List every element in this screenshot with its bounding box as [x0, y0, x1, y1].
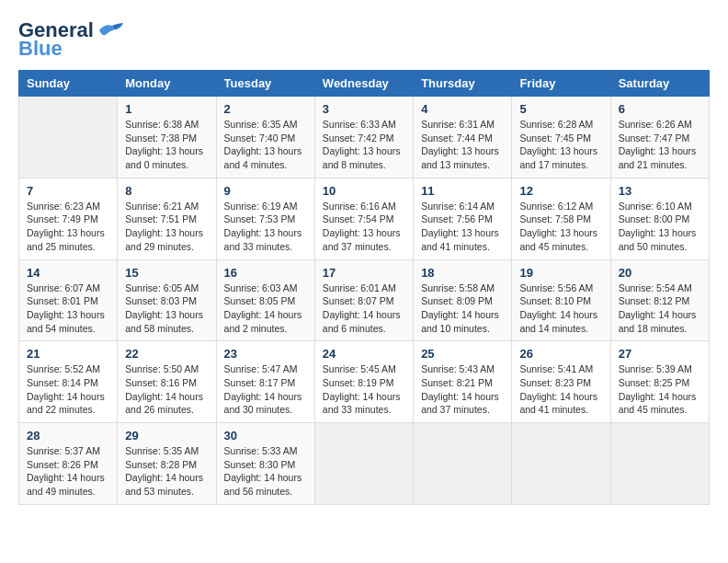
sunrise-text: Sunrise: 5:58 AM: [421, 282, 495, 293]
sunrise-text: Sunrise: 6:01 AM: [323, 282, 396, 293]
sunrise-text: Sunrise: 6:33 AM: [323, 119, 396, 130]
daylight-text: Daylight: 14 hours and 14 minutes.: [519, 309, 597, 334]
calendar-cell: 17 Sunrise: 6:01 AM Sunset: 8:07 PM Dayl…: [314, 259, 413, 341]
daylight-text: Daylight: 14 hours and 22 minutes.: [27, 391, 105, 416]
calendar-cell: [610, 423, 709, 505]
day-info: Sunrise: 6:05 AM Sunset: 8:03 PM Dayligh…: [125, 282, 208, 336]
day-info: Sunrise: 5:58 AM Sunset: 8:09 PM Dayligh…: [421, 282, 504, 336]
day-info: Sunrise: 5:43 AM Sunset: 8:21 PM Dayligh…: [421, 362, 504, 417]
day-info: Sunrise: 6:21 AM Sunset: 7:51 PM Dayligh…: [125, 200, 208, 254]
sunrise-text: Sunrise: 5:39 AM: [619, 363, 692, 374]
day-number: 1: [125, 102, 208, 116]
daylight-text: Daylight: 14 hours and 26 minutes.: [125, 391, 203, 416]
sunset-text: Sunset: 8:30 PM: [224, 459, 296, 470]
sunrise-text: Sunrise: 6:23 AM: [27, 201, 100, 212]
calendar-cell: 26 Sunrise: 5:41 AM Sunset: 8:23 PM Dayl…: [512, 341, 610, 423]
sunset-text: Sunset: 8:12 PM: [619, 295, 690, 306]
daylight-text: Daylight: 13 hours and 45 minutes.: [519, 227, 597, 252]
daylight-text: Daylight: 14 hours and 2 minutes.: [224, 309, 302, 334]
daylight-text: Daylight: 13 hours and 37 minutes.: [323, 227, 401, 252]
day-number: 30: [224, 429, 307, 442]
daylight-text: Daylight: 13 hours and 41 minutes.: [421, 227, 499, 252]
sunset-text: Sunset: 8:19 PM: [323, 377, 394, 388]
day-info: Sunrise: 6:12 AM Sunset: 7:58 PM Dayligh…: [519, 200, 602, 254]
day-info: Sunrise: 5:50 AM Sunset: 8:16 PM Dayligh…: [125, 362, 208, 417]
sunrise-text: Sunrise: 5:35 AM: [125, 445, 199, 456]
day-info: Sunrise: 6:33 AM Sunset: 7:42 PM Dayligh…: [323, 118, 405, 172]
calendar-cell: [19, 97, 118, 178]
calendar-cell: 27 Sunrise: 5:39 AM Sunset: 8:25 PM Dayl…: [610, 341, 709, 423]
sunrise-text: Sunrise: 6:35 AM: [224, 119, 298, 130]
calendar-cell: 18 Sunrise: 5:58 AM Sunset: 8:09 PM Dayl…: [414, 259, 512, 341]
day-info: Sunrise: 5:47 AM Sunset: 8:17 PM Dayligh…: [224, 362, 307, 417]
calendar-cell: 20 Sunrise: 5:54 AM Sunset: 8:12 PM Dayl…: [610, 259, 709, 341]
daylight-text: Daylight: 13 hours and 54 minutes.: [27, 309, 105, 334]
calendar-cell: 14 Sunrise: 6:07 AM Sunset: 8:01 PM Dayl…: [19, 259, 118, 341]
day-number: 20: [619, 266, 701, 280]
day-header-friday: Friday: [512, 71, 610, 97]
calendar-cell: 16 Sunrise: 6:03 AM Sunset: 8:05 PM Dayl…: [216, 259, 314, 341]
calendar-cell: 24 Sunrise: 5:45 AM Sunset: 8:19 PM Dayl…: [314, 341, 413, 423]
sunset-text: Sunset: 7:53 PM: [224, 213, 296, 224]
sunrise-text: Sunrise: 5:52 AM: [27, 363, 100, 374]
calendar-cell: [414, 423, 512, 505]
day-number: 13: [619, 184, 701, 198]
sunrise-text: Sunrise: 6:12 AM: [519, 201, 593, 212]
sunset-text: Sunset: 7:54 PM: [323, 213, 394, 224]
daylight-text: Daylight: 13 hours and 8 minutes.: [323, 145, 401, 170]
calendar-cell: 6 Sunrise: 6:26 AM Sunset: 7:47 PM Dayli…: [610, 97, 709, 178]
sunrise-text: Sunrise: 6:14 AM: [421, 201, 495, 212]
calendar-cell: 4 Sunrise: 6:31 AM Sunset: 7:44 PM Dayli…: [414, 97, 512, 178]
sunrise-text: Sunrise: 6:10 AM: [619, 201, 692, 212]
day-number: 12: [519, 184, 602, 198]
calendar-cell: 2 Sunrise: 6:35 AM Sunset: 7:40 PM Dayli…: [216, 97, 314, 178]
day-info: Sunrise: 6:31 AM Sunset: 7:44 PM Dayligh…: [421, 118, 504, 172]
day-info: Sunrise: 6:10 AM Sunset: 8:00 PM Dayligh…: [619, 200, 701, 254]
sunset-text: Sunset: 7:47 PM: [619, 132, 690, 144]
day-number: 6: [619, 102, 701, 116]
sunset-text: Sunset: 8:05 PM: [224, 295, 296, 306]
day-number: 25: [421, 347, 504, 361]
calendar-cell: 23 Sunrise: 5:47 AM Sunset: 8:17 PM Dayl…: [216, 341, 314, 423]
calendar-week-row: 28 Sunrise: 5:37 AM Sunset: 8:26 PM Dayl…: [19, 423, 710, 505]
day-info: Sunrise: 6:38 AM Sunset: 7:38 PM Dayligh…: [125, 118, 208, 172]
daylight-text: Daylight: 14 hours and 30 minutes.: [224, 391, 302, 416]
calendar-cell: 1 Sunrise: 6:38 AM Sunset: 7:38 PM Dayli…: [118, 97, 216, 178]
day-header-thursday: Thursday: [414, 71, 512, 97]
sunset-text: Sunset: 7:56 PM: [421, 213, 493, 224]
day-number: 2: [224, 102, 307, 116]
calendar-table: SundayMondayTuesdayWednesdayThursdayFrid…: [18, 70, 710, 505]
sunset-text: Sunset: 8:16 PM: [125, 377, 197, 388]
sunset-text: Sunset: 8:00 PM: [619, 213, 690, 224]
day-number: 17: [323, 266, 405, 280]
calendar-cell: 28 Sunrise: 5:37 AM Sunset: 8:26 PM Dayl…: [19, 423, 118, 505]
sunrise-text: Sunrise: 6:05 AM: [125, 282, 199, 293]
sunrise-text: Sunrise: 5:54 AM: [619, 282, 692, 293]
day-number: 15: [125, 266, 208, 280]
calendar-week-row: 14 Sunrise: 6:07 AM Sunset: 8:01 PM Dayl…: [19, 259, 710, 341]
day-info: Sunrise: 6:07 AM Sunset: 8:01 PM Dayligh…: [27, 282, 109, 336]
sunset-text: Sunset: 8:07 PM: [323, 295, 394, 306]
day-number: 10: [323, 184, 405, 198]
sunrise-text: Sunrise: 5:50 AM: [125, 363, 199, 374]
daylight-text: Daylight: 13 hours and 58 minutes.: [125, 309, 203, 334]
day-header-tuesday: Tuesday: [216, 71, 314, 97]
day-info: Sunrise: 5:37 AM Sunset: 8:26 PM Dayligh…: [27, 444, 109, 499]
sunset-text: Sunset: 8:25 PM: [619, 377, 690, 388]
day-number: 3: [323, 102, 405, 116]
calendar-cell: 15 Sunrise: 6:05 AM Sunset: 8:03 PM Dayl…: [118, 259, 216, 341]
calendar-cell: 12 Sunrise: 6:12 AM Sunset: 7:58 PM Dayl…: [512, 178, 610, 259]
sunrise-text: Sunrise: 5:37 AM: [27, 445, 100, 456]
sunset-text: Sunset: 7:44 PM: [421, 132, 493, 144]
day-info: Sunrise: 5:52 AM Sunset: 8:14 PM Dayligh…: [27, 362, 109, 417]
calendar-cell: 30 Sunrise: 5:33 AM Sunset: 8:30 PM Dayl…: [216, 423, 314, 505]
calendar-cell: 10 Sunrise: 6:16 AM Sunset: 7:54 PM Dayl…: [314, 178, 413, 259]
sunset-text: Sunset: 8:01 PM: [27, 295, 98, 306]
calendar-cell: 13 Sunrise: 6:10 AM Sunset: 8:00 PM Dayl…: [610, 178, 709, 259]
sunset-text: Sunset: 8:14 PM: [27, 377, 98, 388]
day-number: 7: [27, 184, 109, 198]
sunset-text: Sunset: 8:03 PM: [125, 295, 197, 306]
day-info: Sunrise: 5:39 AM Sunset: 8:25 PM Dayligh…: [619, 362, 701, 417]
day-number: 11: [421, 184, 504, 198]
sunset-text: Sunset: 8:26 PM: [27, 459, 98, 470]
